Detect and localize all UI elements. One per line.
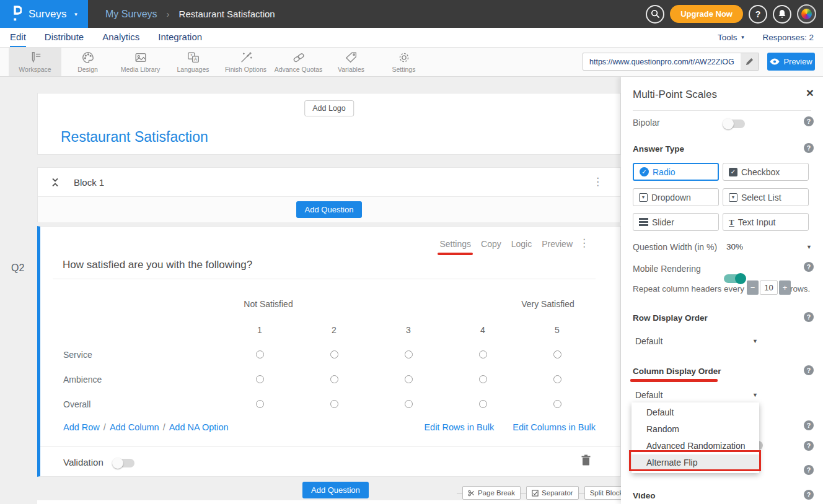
radio-option[interactable] bbox=[553, 350, 561, 358]
menu-option-advanced-randomization[interactable]: Advanced Randomization bbox=[632, 438, 759, 454]
question-menu-settings[interactable]: Settings bbox=[439, 239, 471, 249]
menu-option-alternate-flip[interactable]: Alternate Flip bbox=[632, 454, 759, 471]
question-menu-icon[interactable]: ⋮ bbox=[579, 238, 589, 248]
mobile-rendering-help-icon[interactable]: ? bbox=[804, 262, 814, 272]
radio-option[interactable] bbox=[553, 375, 561, 383]
question-menu-copy[interactable]: Copy bbox=[481, 239, 501, 249]
radio-option[interactable] bbox=[256, 375, 264, 383]
radio-option[interactable] bbox=[256, 400, 264, 408]
hidden-setting-help-icon[interactable]: ? bbox=[804, 441, 814, 451]
question-text[interactable]: How satisfied are you with the following… bbox=[63, 259, 252, 271]
question-menu-logic[interactable]: Logic bbox=[511, 239, 532, 249]
block-title[interactable]: Block 1 bbox=[74, 177, 104, 188]
tab-distribute[interactable]: Distribute bbox=[45, 28, 84, 47]
close-panel-icon[interactable]: × bbox=[806, 86, 814, 99]
row-label-overall[interactable]: Overall bbox=[63, 399, 90, 409]
caret-down-icon[interactable]: ▼ bbox=[752, 392, 758, 398]
edit-columns-in-bulk-link[interactable]: Edit Columns in Bulk bbox=[513, 422, 596, 432]
tab-integration[interactable]: Integration bbox=[158, 28, 202, 47]
bipolar-toggle[interactable] bbox=[724, 119, 745, 128]
question-menu-preview[interactable]: Preview bbox=[542, 239, 573, 249]
toolbar-design[interactable]: Design bbox=[61, 47, 114, 76]
mobile-rendering-toggle[interactable] bbox=[724, 274, 745, 283]
account-avatar[interactable] bbox=[797, 4, 816, 24]
radio-option[interactable] bbox=[405, 375, 413, 383]
repeat-headers-input[interactable] bbox=[760, 280, 778, 295]
menu-option-default[interactable]: Default bbox=[632, 404, 759, 421]
answer-type-dropdown[interactable]: ▼ Dropdown bbox=[633, 188, 719, 206]
delete-question-icon[interactable] bbox=[581, 454, 591, 468]
collapse-block-icon[interactable] bbox=[51, 177, 59, 188]
hidden-setting-help-icon[interactable]: ? bbox=[804, 465, 814, 475]
toolbar-label: Languages bbox=[177, 66, 209, 73]
answer-type-text-input[interactable]: T Text Input bbox=[723, 213, 809, 231]
product-menu[interactable]: Surveys ▼ bbox=[0, 0, 88, 28]
answer-type-slider[interactable]: Slider bbox=[633, 213, 719, 231]
page-break-label: Page Break bbox=[478, 489, 515, 497]
edit-rows-in-bulk-link[interactable]: Edit Rows in Bulk bbox=[424, 422, 494, 432]
caret-down-icon[interactable]: ▼ bbox=[806, 244, 812, 250]
page-break-button[interactable]: Page Break bbox=[462, 486, 521, 500]
add-logo-button[interactable]: Add Logo bbox=[304, 100, 354, 116]
add-question-button[interactable]: Add Question bbox=[296, 201, 363, 218]
tools-menu[interactable]: Tools ▼ bbox=[718, 33, 745, 42]
decrement-button[interactable]: − bbox=[747, 280, 759, 295]
hidden-setting-help-icon[interactable]: ? bbox=[804, 420, 814, 430]
validation-toggle[interactable] bbox=[113, 459, 134, 467]
answer-type-help-icon[interactable]: ? bbox=[804, 143, 814, 153]
menu-option-random[interactable]: Random bbox=[632, 421, 759, 438]
add-question-button[interactable]: Add Question bbox=[302, 482, 369, 498]
toolbar-workspace[interactable]: Workspace bbox=[9, 47, 61, 76]
column-display-order-select[interactable]: Default bbox=[635, 390, 662, 400]
block-menu-icon[interactable]: ⋮ bbox=[592, 176, 603, 187]
toolbar-variables[interactable]: Variables bbox=[325, 47, 377, 76]
row-display-order-select[interactable]: Default bbox=[635, 336, 662, 346]
bipolar-help-icon[interactable]: ? bbox=[804, 116, 814, 126]
question-width-value[interactable]: 30% bbox=[726, 242, 743, 251]
toolbar-advance-quotas[interactable]: Advance Quotas bbox=[272, 47, 325, 76]
radio-option[interactable] bbox=[330, 350, 338, 358]
breadcrumb-parent[interactable]: My Surveys bbox=[105, 9, 157, 20]
add-na-option-link[interactable]: Add NA Option bbox=[169, 422, 229, 432]
survey-url-field bbox=[583, 53, 759, 71]
radio-option[interactable] bbox=[330, 375, 338, 383]
radio-option[interactable] bbox=[405, 350, 413, 358]
toolbar-media-library[interactable]: Media Library bbox=[114, 47, 167, 76]
column-display-order-help-icon[interactable]: ? bbox=[804, 365, 814, 375]
increment-button[interactable]: + bbox=[779, 280, 791, 295]
next-card-edge bbox=[37, 500, 621, 504]
row-label-service[interactable]: Service bbox=[63, 350, 92, 360]
radio-option[interactable] bbox=[256, 350, 264, 358]
notifications-button[interactable] bbox=[773, 5, 791, 24]
answer-type-radio[interactable]: ✓ Radio bbox=[633, 163, 719, 181]
search-button[interactable] bbox=[646, 5, 664, 24]
radio-option[interactable] bbox=[479, 400, 487, 408]
tab-analytics[interactable]: Analytics bbox=[102, 28, 139, 47]
survey-title[interactable]: Restaurant Satisfaction bbox=[61, 129, 208, 146]
toolbar-languages[interactable]: *A Languages bbox=[167, 47, 219, 76]
radio-option[interactable] bbox=[405, 400, 413, 408]
survey-url-input[interactable] bbox=[583, 53, 741, 70]
edit-url-button[interactable] bbox=[741, 53, 759, 70]
help-button[interactable]: ? bbox=[749, 5, 767, 24]
preview-button[interactable]: Preview bbox=[767, 53, 815, 71]
responses-count[interactable]: Responses: 2 bbox=[762, 33, 814, 42]
row-label-ambience[interactable]: Ambience bbox=[63, 375, 102, 385]
radio-option[interactable] bbox=[479, 375, 487, 383]
answer-type-checkbox[interactable]: ✓ Checkbox bbox=[723, 163, 809, 181]
radio-option[interactable] bbox=[553, 400, 561, 408]
video-help-icon[interactable]: ? bbox=[804, 490, 814, 500]
row-display-order-help-icon[interactable]: ? bbox=[804, 312, 814, 322]
answer-type-select-list[interactable]: ▼ Select List bbox=[723, 188, 809, 206]
tab-edit[interactable]: Edit bbox=[10, 28, 26, 47]
toolbar-finish-options[interactable]: Finish Options bbox=[219, 47, 272, 76]
radio-option[interactable] bbox=[479, 350, 487, 358]
toolbar-settings[interactable]: Settings bbox=[377, 47, 430, 76]
add-row-link[interactable]: Add Row bbox=[63, 422, 100, 432]
add-column-link[interactable]: Add Column bbox=[110, 422, 159, 432]
separator-button[interactable]: Separator bbox=[526, 486, 579, 500]
caret-down-icon[interactable]: ▼ bbox=[752, 338, 758, 344]
upgrade-now-button[interactable]: Upgrade Now bbox=[670, 5, 743, 23]
radio-option[interactable] bbox=[330, 400, 338, 408]
mobile-rendering-label: Mobile Rendering bbox=[633, 264, 701, 274]
